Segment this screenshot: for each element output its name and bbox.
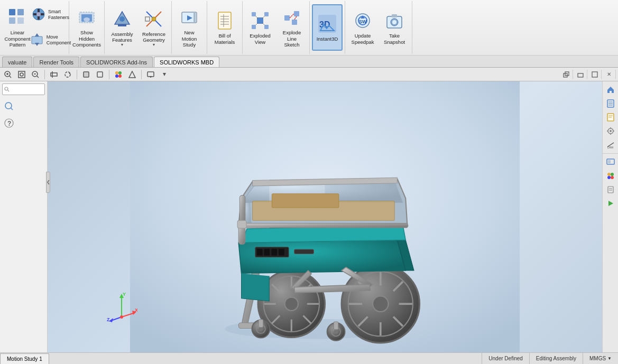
svg-point-72 xyxy=(115,74,118,78)
svg-rect-34 xyxy=(264,25,269,29)
new-motion-study-button[interactable]: NewMotionStudy xyxy=(174,4,205,51)
reference-geometry-icon xyxy=(143,8,164,30)
collapse-handle[interactable]: ❮ xyxy=(46,172,50,193)
svg-point-54 xyxy=(392,20,396,24)
ribbon-group-motion: NewMotionStudy xyxy=(172,1,207,54)
svg-rect-116 xyxy=(272,194,338,208)
maximize-panel-btn[interactable] xyxy=(588,70,602,79)
svg-rect-127 xyxy=(259,320,263,328)
svg-point-70 xyxy=(115,71,118,74)
update-speedpak-label: UpdateSpeedpak xyxy=(352,33,374,45)
linear-component-pattern-button[interactable]: Linear Component Pattern xyxy=(2,4,33,51)
rotate-view-btn[interactable] xyxy=(62,69,73,80)
instant3d-label: Instant3D xyxy=(317,36,338,42)
solidworks-home-btn[interactable] xyxy=(604,83,617,96)
explode-line-sketch-button[interactable]: ExplodeLineSketch xyxy=(276,4,307,51)
svg-rect-24 xyxy=(218,12,231,29)
help-icon[interactable]: ? xyxy=(2,116,16,130)
svg-rect-166 xyxy=(608,186,613,193)
assembly-features-arrow: ▼ xyxy=(121,43,124,46)
mmgs-status[interactable]: MMGS ▼ xyxy=(583,353,618,364)
move-component-button[interactable]: MoveComponent xyxy=(34,30,67,51)
monitor-btn[interactable] xyxy=(145,69,156,80)
bottom-bar: Motion Study 1 Under Defined Editing Ass… xyxy=(0,352,618,364)
take-snapshot-button[interactable]: TakeSnapshot xyxy=(379,4,410,51)
dim-expert-btn[interactable]: DIM xyxy=(604,138,617,151)
win-controls-area: ✕ xyxy=(559,70,616,79)
svg-point-15 xyxy=(119,16,125,22)
zoom-in-btn[interactable] xyxy=(2,69,14,80)
exploded-view-button[interactable]: ExplodedView xyxy=(245,4,275,51)
svg-point-153 xyxy=(610,130,612,132)
tab-solidworks-mbd[interactable]: SOLIDWORKS MBD xyxy=(154,57,219,67)
reference-geometry-button[interactable]: ReferenceGeometry ▼ xyxy=(139,4,169,51)
search-input[interactable] xyxy=(11,87,43,92)
appearance-btn-r[interactable] xyxy=(604,170,617,182)
zoom-area-btn[interactable] xyxy=(30,69,41,80)
property-mgr-btn[interactable] xyxy=(604,111,617,124)
close-panel-btn[interactable]: ✕ xyxy=(602,70,616,79)
simulation-btn[interactable] xyxy=(604,197,617,210)
svg-point-73 xyxy=(118,74,122,78)
linear-component-pattern-label: Linear Component Pattern xyxy=(4,30,31,48)
instant3d-button[interactable]: 3D Instant3D xyxy=(312,4,343,51)
svg-point-94 xyxy=(285,297,298,311)
move-component-label: MoveComponent xyxy=(47,34,71,46)
scenes-btn[interactable] xyxy=(126,69,138,80)
appearance-btn[interactable] xyxy=(113,69,124,80)
tab-solidworks-addins[interactable]: SOLIDWORKS Add-Ins xyxy=(80,57,153,67)
svg-rect-3 xyxy=(17,17,24,24)
display-style-btn[interactable] xyxy=(80,69,92,80)
svg-rect-8 xyxy=(32,36,42,44)
svg-marker-169 xyxy=(608,201,613,206)
tab-evaluate[interactable]: valuate xyxy=(2,57,32,67)
section-view-btn[interactable] xyxy=(48,69,60,80)
ribbon-group-features: AssemblyFeatures ▼ ReferenceGeometry ▼ xyxy=(105,1,172,54)
show-hidden-components-icon xyxy=(76,7,97,28)
svg-rect-2 xyxy=(9,17,15,24)
svg-rect-161 xyxy=(608,160,611,163)
config-mgr-btn[interactable] xyxy=(604,125,617,137)
svg-rect-119 xyxy=(264,249,270,256)
svg-rect-82 xyxy=(592,72,597,77)
more-btn[interactable] xyxy=(159,69,170,80)
assembly-features-label: AssemblyFeatures xyxy=(111,31,133,43)
svg-rect-121 xyxy=(279,249,284,256)
svg-rect-40 xyxy=(294,11,299,16)
svg-rect-68 xyxy=(84,72,89,77)
tab-solidworks-mbd-label: SOLIDWORKS MBD xyxy=(160,59,214,66)
viewport[interactable]: Y X Z xyxy=(48,81,602,354)
lookup-icon[interactable] xyxy=(2,99,16,113)
wireframe-btn[interactable] xyxy=(94,69,106,80)
svg-text:SW: SW xyxy=(359,19,367,24)
tab-render-tools[interactable]: Render Tools xyxy=(33,57,79,67)
zoom-fit-btn[interactable] xyxy=(16,69,27,80)
smart-fasteners-button[interactable]: SmartFasteners xyxy=(34,4,67,25)
update-speedpak-button[interactable]: SW UpdateSpeedpak xyxy=(347,4,378,51)
svg-point-71 xyxy=(118,71,122,74)
restore-panel-btn[interactable] xyxy=(559,70,573,79)
svg-rect-75 xyxy=(147,72,154,77)
sidebar-search[interactable] xyxy=(2,83,45,95)
custom-props-btn[interactable] xyxy=(604,183,617,196)
bill-of-materials-button[interactable]: Bill ofMaterials xyxy=(209,4,240,51)
svg-rect-41 xyxy=(292,20,297,25)
minimize-panel-btn[interactable] xyxy=(574,70,587,79)
svg-point-60 xyxy=(20,73,23,76)
svg-marker-9 xyxy=(35,33,39,36)
motion-study-tab[interactable]: Motion Study 1 xyxy=(0,353,49,364)
svg-line-137 xyxy=(122,313,135,317)
display-mgr-btn[interactable] xyxy=(604,156,617,169)
svg-rect-31 xyxy=(252,12,256,16)
explode-line-sketch-label: ExplodeLineSketch xyxy=(283,30,301,48)
assembly-features-button[interactable]: AssemblyFeatures ▼ xyxy=(107,4,137,51)
svg-line-62 xyxy=(37,76,39,78)
svg-point-7 xyxy=(36,12,41,16)
svg-text:?: ? xyxy=(7,120,11,127)
svg-text:DIM: DIM xyxy=(607,146,613,149)
svg-marker-74 xyxy=(129,71,135,78)
show-hidden-components-button[interactable]: ShowHiddenComponents xyxy=(71,4,102,51)
svg-point-83 xyxy=(5,87,8,90)
ribbon-group-explode: ExplodedView ExplodeLineSketch xyxy=(243,1,310,54)
feature-mgr-btn[interactable] xyxy=(604,97,617,110)
